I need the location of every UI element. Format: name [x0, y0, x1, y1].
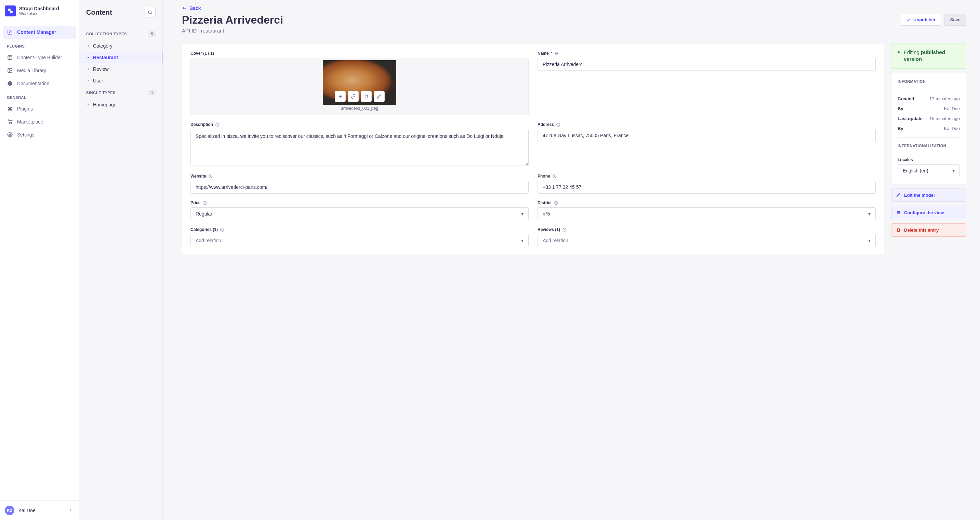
- subnav-item-label: Homepage: [93, 102, 116, 107]
- description-field[interactable]: Specialized in pizza, we invite you to r…: [191, 129, 529, 166]
- no-locale-icon: [215, 123, 220, 127]
- no-locale-icon: [562, 228, 566, 232]
- cover-edit-button[interactable]: [374, 91, 385, 102]
- caret-down-icon: ▾: [521, 211, 523, 217]
- subnav-item-label: Restaurant: [93, 55, 118, 60]
- nav-item-label: Content-Type Builder: [17, 55, 62, 60]
- subnav-item-category[interactable]: Category: [80, 40, 162, 52]
- cover-add-button[interactable]: [335, 91, 346, 102]
- nav-item-label: Plugins: [17, 106, 33, 112]
- district-value: n°5: [542, 211, 550, 217]
- categories-label: Categories (1): [191, 227, 218, 232]
- subnav-item-restaurant[interactable]: Restaurant: [80, 52, 162, 63]
- nav-item-label: Media Library: [17, 68, 46, 73]
- search-icon: [148, 10, 153, 15]
- svg-point-9: [9, 123, 10, 124]
- caret-down-icon: ▾: [952, 168, 955, 174]
- address-field[interactable]: [538, 129, 876, 142]
- cover-delete-button[interactable]: [361, 91, 372, 102]
- caret-down-icon: ▾: [868, 238, 870, 243]
- avatar[interactable]: KD: [5, 506, 14, 515]
- reviews-label: Reviews (1): [538, 227, 560, 232]
- price-value: Regular: [196, 211, 212, 217]
- name-label: Name: [538, 51, 549, 56]
- form-card: Cover (1 / 1) arrivederci_001.jpeg: [182, 43, 884, 255]
- status-prefix: Editing: [904, 49, 921, 55]
- updated-by-key: By: [897, 126, 904, 131]
- no-locale-icon: [556, 123, 560, 127]
- delete-entry-button[interactable]: Delete this entry: [891, 223, 966, 237]
- subnav-item-user[interactable]: User: [80, 75, 162, 86]
- globe-icon: [554, 51, 559, 56]
- single-types-header: SINGLE TYPES: [86, 91, 116, 95]
- subnav-item-review[interactable]: Review: [80, 63, 162, 75]
- configure-view-button[interactable]: Configure the view: [891, 206, 966, 219]
- check-icon: [907, 18, 911, 22]
- nav-plugins[interactable]: Plugins: [3, 102, 76, 115]
- nav-marketplace[interactable]: Marketplace: [3, 115, 76, 128]
- nav-item-label: Marketplace: [17, 119, 43, 124]
- subnav-title: Content: [86, 8, 112, 16]
- main-content: Back Pizzeria Arrivederci API ID : resta…: [163, 0, 980, 520]
- edit-model-button[interactable]: Edit the model: [891, 188, 966, 202]
- district-label: District: [538, 201, 552, 205]
- website-field[interactable]: [191, 181, 529, 194]
- website-label: Website: [191, 174, 206, 179]
- intl-header: INTERNATIONALIZATION: [897, 144, 960, 148]
- reviews-select[interactable]: Add relation ▾: [538, 234, 876, 247]
- locales-label: Locales: [897, 157, 960, 162]
- user-footer: KD Kai Doe: [0, 501, 79, 520]
- address-label: Address: [538, 122, 554, 127]
- nav-settings[interactable]: Settings: [3, 128, 76, 141]
- nav-content-type-builder[interactable]: Content-Type Builder: [3, 51, 76, 64]
- collection-count-badge: 5: [148, 31, 156, 37]
- svg-point-5: [9, 69, 10, 70]
- categories-select[interactable]: Add relation ▾: [191, 234, 529, 247]
- locales-select[interactable]: English (en) ▾: [897, 164, 960, 177]
- district-select[interactable]: n°5 ▾: [538, 207, 876, 220]
- no-locale-icon: [552, 174, 557, 179]
- price-select[interactable]: Regular ▾: [191, 207, 529, 220]
- reviews-placeholder: Add relation: [542, 238, 568, 243]
- svg-rect-8: [10, 82, 10, 83]
- save-button[interactable]: Save: [945, 14, 966, 26]
- nav-content-manager[interactable]: Content Manager: [3, 26, 76, 39]
- logo-icon: [5, 5, 16, 16]
- brand-subtitle: Workplace: [19, 11, 59, 16]
- layout-icon: [7, 54, 13, 61]
- page-title: Pizzeria Arrivederci: [182, 14, 283, 26]
- subnav-item-homepage[interactable]: Homepage: [80, 99, 162, 110]
- subnav-item-label: Category: [93, 43, 113, 49]
- trash-icon: [896, 228, 900, 232]
- updated-by-value: Kai Doe: [944, 126, 960, 131]
- cover-link-button[interactable]: [348, 91, 359, 102]
- api-id: API ID : restaurant: [182, 28, 283, 33]
- svg-point-11: [9, 134, 11, 136]
- caret-down-icon: ▾: [521, 238, 523, 243]
- nav-section-general: GENERAL: [3, 90, 76, 102]
- no-locale-icon: [208, 174, 213, 179]
- back-label: Back: [189, 5, 201, 11]
- phone-field[interactable]: [538, 181, 876, 194]
- caret-down-icon: ▾: [868, 211, 870, 217]
- collapse-button[interactable]: [67, 507, 74, 514]
- pencil-icon: [896, 193, 900, 198]
- pencil-icon: [377, 94, 382, 99]
- cover-label: Cover (1 / 1): [191, 51, 529, 56]
- main-nav: Strapi Dashboard Workplace Content Manag…: [0, 0, 80, 520]
- no-locale-icon: [220, 228, 224, 232]
- back-link[interactable]: Back: [182, 5, 201, 11]
- status-dot-icon: [897, 51, 900, 53]
- cover-filename: arrivederci_001.jpeg: [341, 106, 378, 111]
- sub-nav: Content COLLECTION TYPES 5 Category Rest…: [80, 0, 163, 520]
- created-by-key: By: [897, 106, 904, 111]
- nav-media-library[interactable]: Media Library: [3, 64, 76, 77]
- created-key: Created: [897, 96, 914, 101]
- nav-item-label: Content Manager: [17, 29, 56, 35]
- no-locale-icon: [554, 201, 558, 205]
- search-button[interactable]: [145, 7, 156, 18]
- side-column: Editing published version INFORMATION Cr…: [891, 43, 966, 237]
- nav-documentation[interactable]: Documentation: [3, 77, 76, 90]
- unpublish-button[interactable]: Unpublish: [900, 14, 941, 26]
- name-field[interactable]: [538, 58, 876, 71]
